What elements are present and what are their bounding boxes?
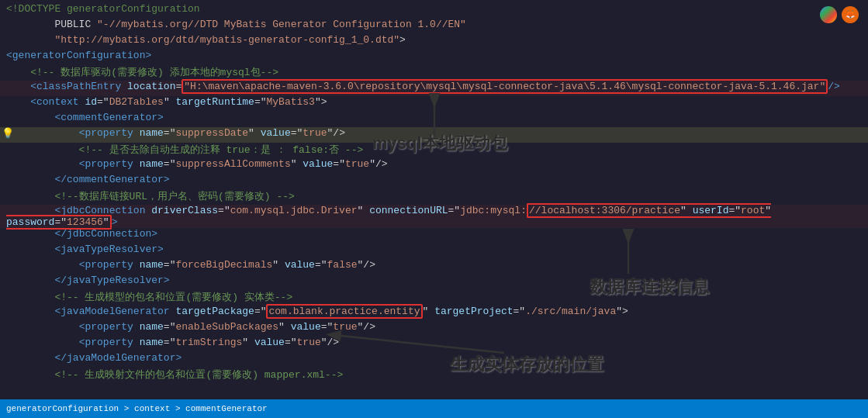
code-line-14: <jdbcConnection driverClass="com.mysql.j… — [0, 205, 868, 228]
code-line-6: <classPathEntry location="H:\maven\apach… — [0, 81, 868, 96]
code-line-23: </javaModelGenerator> — [0, 352, 868, 368]
code-line-12: </commentGenerator> — [0, 174, 868, 189]
status-sep-1: > — [124, 404, 134, 413]
firefox-icon: 🦊 — [842, 6, 859, 23]
code-line-7: <context id="DB2Tables" targetRuntime="M… — [0, 96, 868, 112]
code-line-4: <generatorConfiguration> — [0, 50, 868, 65]
code-line-19: <!-- 生成模型的包名和位置(需要修改) 实体类--> — [0, 290, 868, 306]
code-line-18: </javaTypeResolver> — [0, 275, 868, 290]
code-line-9: 💡 <property name="suppressDate" value="t… — [0, 127, 868, 143]
code-line-3: "http://mybatis.org/dtd/mybatis-generato… — [0, 34, 868, 50]
code-line-22: <property name="trimStrings" value="true… — [0, 337, 868, 352]
status-bar: generatorConfiguration > context > comme… — [0, 399, 868, 418]
status-path-1: generatorConfiguration — [6, 404, 119, 413]
status-path: generatorConfiguration > context > comme… — [6, 404, 268, 413]
code-line-16: <javaTypeResolver> — [0, 244, 868, 259]
code-line-11: <property name="suppressAllComments" val… — [0, 158, 868, 174]
code-line-5: <!-- 数据库驱动(需要修改) 添加本地的mysql包--> — [0, 65, 868, 81]
code-line-17: <property name="forceBigDecimals" value=… — [0, 259, 868, 275]
code-editor: <!DOCTYPE generatorConfiguration PUBLIC … — [0, 0, 868, 399]
code-line-24: <!-- 生成映射文件的包名和位置(需要修改) mapper.xml--> — [0, 368, 868, 383]
status-path-2: context — [134, 404, 170, 413]
browser-icons: 🦊 — [820, 6, 859, 23]
code-line-1: <!DOCTYPE generatorConfiguration — [0, 3, 868, 19]
code-line-15: </jdbcConnection> — [0, 228, 868, 244]
code-line-13: <!--数据库链接URL，用户名、密码(需要修改) --> — [0, 189, 868, 205]
chrome-icon — [820, 6, 837, 23]
code-line-20: <javaModelGenerator targetPackage="com.b… — [0, 306, 868, 321]
bulb-icon: 💡 — [2, 127, 14, 140]
status-path-3: commentGenerator — [185, 404, 268, 413]
code-line-10: <!-- 是否去除自动生成的注释 true：是 ： false:否 --> — [0, 143, 868, 158]
code-line-21: <property name="enableSubPackages" value… — [0, 321, 868, 337]
code-line-8: <commentGenerator> — [0, 112, 868, 127]
status-sep-2: > — [175, 404, 185, 413]
code-line-2: PUBLIC "-//mybatis.org//DTD MyBatis Gene… — [0, 19, 868, 34]
